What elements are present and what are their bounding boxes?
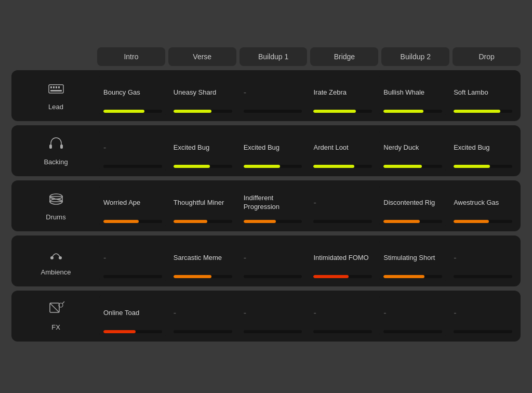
cell-bar-wrap-ambience-2	[244, 275, 302, 278]
header-empty	[14, 47, 94, 66]
cell-bar-wrap-ambience-3	[313, 275, 372, 278]
cell-text-drums-2: Indifferent Progression	[244, 190, 302, 216]
cell-lead-1[interactable]: Uneasy Shard	[169, 74, 236, 116]
track-grid-fx: FXOnline Toad-----	[16, 295, 516, 336]
cell-bar-backing-2	[244, 165, 280, 168]
cell-fx-4[interactable]: -	[379, 295, 446, 336]
track-label-ambience: Ambience	[16, 241, 96, 280]
cell-bar-ambience-1	[174, 275, 211, 278]
cell-text-backing-3: Ardent Loot	[313, 135, 372, 161]
cell-fx-1[interactable]: -	[169, 295, 236, 336]
cell-text-lead-1: Uneasy Shard	[174, 80, 232, 106]
cell-bar-wrap-lead-5	[454, 110, 512, 113]
svg-point-13	[59, 256, 62, 259]
cell-ambience-2[interactable]: -	[240, 240, 307, 281]
svg-line-15	[50, 303, 59, 312]
cell-text-ambience-1: Sarcastic Meme	[174, 245, 232, 271]
cell-bar-wrap-ambience-5	[454, 275, 512, 278]
cell-bar-wrap-backing-4	[383, 165, 442, 168]
cell-text-lead-4: Bullish Whale	[383, 80, 442, 106]
backing-icon	[47, 135, 65, 156]
track-row-lead: LeadBouncy GasUneasy Shard-Irate ZebraBu…	[11, 70, 521, 121]
cell-text-fx-5: -	[454, 300, 512, 326]
lead-icon	[47, 80, 65, 101]
cell-bar-wrap-drums-5	[454, 220, 512, 223]
cell-drums-5[interactable]: Awestruck Gas	[449, 185, 516, 226]
cell-drums-0[interactable]: Worried Ape	[99, 185, 166, 226]
cell-bar-wrap-fx-2	[244, 330, 302, 333]
cell-backing-4[interactable]: Nerdy Duck	[379, 129, 446, 171]
cell-backing-3[interactable]: Ardent Loot	[309, 129, 376, 171]
cell-ambience-1[interactable]: Sarcastic Meme	[169, 240, 236, 281]
cell-drums-4[interactable]: Discontented Rig	[379, 185, 446, 226]
track-label-backing: Backing	[16, 130, 96, 170]
track-label-fx: FX	[16, 296, 96, 335]
track-row-backing: Backing-Excited BugExcited BugArdent Loo…	[11, 125, 521, 176]
cell-text-fx-1: -	[174, 300, 232, 326]
svg-rect-5	[50, 90, 62, 91]
cell-text-fx-3: -	[313, 300, 372, 326]
svg-rect-2	[53, 86, 55, 88]
cell-bar-drums-4	[383, 220, 420, 223]
cell-bar-lead-5	[454, 110, 500, 113]
cell-ambience-3[interactable]: Intimidated FOMO	[309, 240, 376, 281]
cell-backing-5[interactable]: Excited Bug	[449, 129, 516, 171]
cell-bar-backing-1	[174, 165, 210, 168]
drums-name: Drums	[46, 213, 65, 221]
cell-drums-2[interactable]: Indifferent Progression	[240, 185, 307, 226]
cell-bar-wrap-ambience-1	[174, 275, 232, 278]
cell-lead-3[interactable]: Irate Zebra	[309, 74, 376, 116]
cell-bar-lead-0	[103, 110, 144, 113]
cell-ambience-0[interactable]: -	[99, 240, 166, 281]
cell-lead-2[interactable]: -	[240, 74, 307, 116]
cell-bar-wrap-fx-3	[313, 330, 372, 333]
cell-bar-wrap-ambience-0	[103, 275, 162, 278]
cell-bar-drums-1	[174, 220, 207, 223]
header-col-0: Intro	[97, 47, 165, 66]
cell-lead-4[interactable]: Bullish Whale	[379, 74, 446, 116]
cell-backing-1[interactable]: Excited Bug	[169, 129, 236, 171]
cell-drums-3[interactable]: -	[309, 185, 376, 226]
cell-bar-drums-2	[244, 220, 276, 223]
cell-bar-wrap-fx-1	[174, 330, 232, 333]
cell-text-fx-0: Online Toad	[103, 300, 162, 326]
cell-bar-lead-4	[383, 110, 423, 113]
cell-text-fx-4: -	[383, 300, 442, 326]
cell-text-drums-4: Discontented Rig	[383, 190, 442, 216]
cell-ambience-4[interactable]: Stimulating Short	[379, 240, 446, 281]
cell-fx-0[interactable]: Online Toad	[99, 295, 166, 336]
track-row-ambience: Ambience-Sarcastic Meme-Intimidated FOMO…	[11, 235, 521, 286]
cell-bar-backing-3	[313, 165, 354, 168]
cell-text-lead-5: Soft Lambo	[454, 80, 512, 106]
drums-icon	[47, 190, 65, 211]
cell-text-ambience-0: -	[103, 245, 162, 271]
cell-lead-0[interactable]: Bouncy Gas	[99, 74, 166, 116]
cell-lead-5[interactable]: Soft Lambo	[449, 74, 516, 116]
tracks-container: LeadBouncy GasUneasy Shard-Irate ZebraBu…	[11, 70, 521, 342]
cell-drums-1[interactable]: Thoughtful Miner	[169, 185, 236, 226]
header-col-1: Verse	[168, 47, 236, 66]
cell-text-drums-3: -	[313, 190, 372, 216]
svg-rect-0	[49, 85, 63, 93]
cell-bar-wrap-fx-5	[454, 330, 512, 333]
track-label-drums: Drums	[16, 186, 96, 225]
svg-rect-3	[56, 86, 57, 88]
cell-bar-lead-3	[313, 110, 355, 113]
header-row: IntroVerseBuildup 1BridgeBuildup 2Drop	[11, 47, 521, 66]
cell-backing-2[interactable]: Excited Bug	[240, 129, 307, 171]
cell-ambience-5[interactable]: -	[449, 240, 516, 281]
cell-fx-2[interactable]: -	[240, 295, 307, 336]
cell-text-drums-1: Thoughtful Miner	[174, 190, 232, 216]
cell-fx-3[interactable]: -	[309, 295, 376, 336]
cell-backing-0[interactable]: -	[99, 129, 166, 171]
cell-bar-wrap-drums-1	[174, 220, 232, 223]
cell-text-backing-0: -	[103, 135, 162, 161]
cell-bar-backing-5	[454, 165, 490, 168]
cell-bar-wrap-backing-1	[174, 165, 232, 168]
cell-text-backing-4: Nerdy Duck	[383, 135, 442, 161]
cell-fx-5[interactable]: -	[449, 295, 516, 336]
cell-bar-wrap-lead-1	[174, 110, 232, 113]
cell-bar-ambience-3	[313, 275, 349, 278]
cell-text-lead-2: -	[244, 80, 302, 106]
cell-bar-wrap-drums-4	[383, 220, 442, 223]
